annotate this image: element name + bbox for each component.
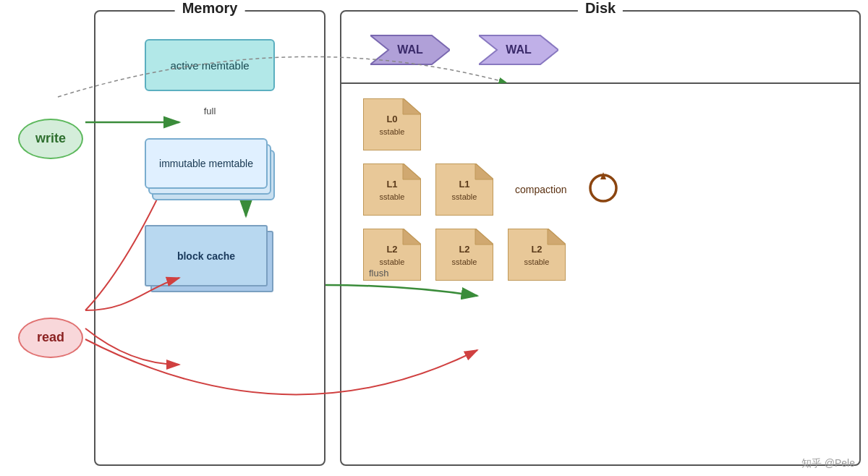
l2-sstable-3: L2sstable — [508, 229, 566, 281]
svg-marker-11 — [403, 229, 421, 245]
write-label: write — [18, 119, 83, 159]
l0-sstable: L0sstable — [363, 98, 421, 150]
l0-label: L0sstable — [380, 114, 405, 138]
svg-marker-3 — [403, 98, 421, 114]
l1-label-2: L1sstable — [452, 179, 477, 203]
left-labels: write read — [7, 10, 94, 466]
memory-title: Memory — [175, 0, 245, 17]
wal-2: WAL — [479, 33, 558, 67]
l1-sstable-2: L1sstable — [435, 163, 493, 216]
immutable-card-1: immutable memtable — [145, 138, 268, 189]
l0-row: L0sstable — [363, 98, 838, 150]
disk-box: Disk WAL WAL — [340, 10, 861, 466]
l2-label-3: L2sstable — [524, 244, 550, 268]
svg-marker-13 — [475, 229, 493, 245]
wal-1-label: WAL — [397, 43, 423, 56]
svg-marker-15 — [548, 229, 566, 245]
sstable-area: L0sstable L1sstable L1sstab — [341, 84, 859, 464]
l2-label-2: L2sstable — [452, 244, 477, 268]
disk-title: Disk — [578, 0, 623, 17]
l1-sstable-1: L1sstable — [363, 163, 421, 216]
l2-row: L2sstable L2sstable L2sstable — [363, 229, 838, 281]
full-label: full — [204, 106, 216, 116]
memory-box: Memory active memtable full immutable me… — [94, 10, 326, 466]
watermark: 知乎 @Pele — [801, 457, 855, 470]
compaction-circle — [584, 169, 622, 210]
l2-sstable-1: L2sstable — [363, 229, 421, 281]
compaction-text: compaction — [515, 184, 567, 195]
wal-2-label: WAL — [506, 43, 532, 56]
read-label: read — [18, 318, 83, 358]
l1-row: L1sstable L1sstable compaction — [363, 163, 838, 216]
immutable-memtable-stack: immutable memtable — [145, 138, 275, 203]
svg-marker-7 — [475, 163, 493, 179]
wal-area: WAL WAL — [341, 12, 859, 84]
l1-label-1: L1sstable — [380, 179, 405, 203]
diagram-container: write read Memory active memtable full i… — [7, 10, 861, 466]
block-cache: block cache — [145, 225, 275, 297]
wal-1: WAL — [370, 33, 450, 67]
l2-sstable-2: L2sstable — [435, 229, 493, 281]
svg-marker-5 — [403, 163, 421, 179]
block-cache-top: block cache — [145, 225, 268, 286]
active-memtable: active memtable — [145, 39, 275, 91]
l2-label-1: L2sstable — [380, 244, 405, 268]
